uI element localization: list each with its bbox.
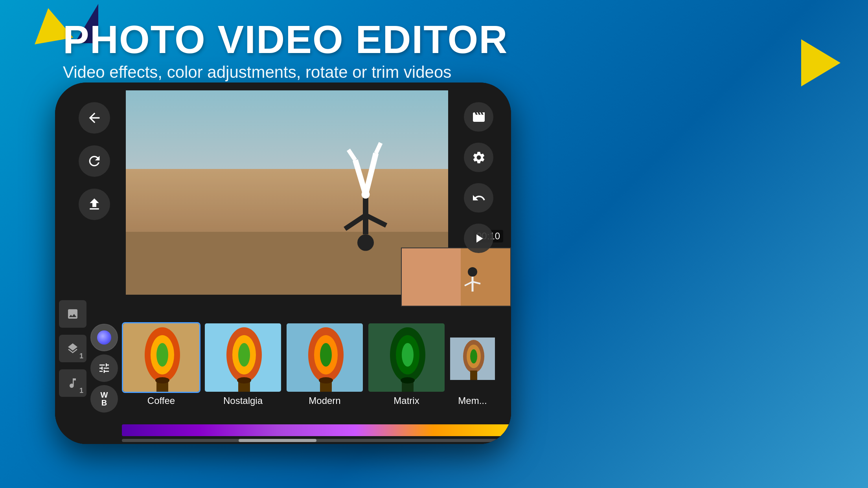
music-badge: 1: [79, 387, 83, 395]
handstand-person-icon: [330, 126, 401, 263]
svg-point-36: [470, 349, 477, 363]
play-button[interactable]: [464, 224, 493, 253]
side-icons: 1 1: [59, 300, 86, 397]
svg-rect-37: [470, 371, 477, 380]
layers-icon-button[interactable]: 1: [59, 335, 86, 362]
filter-modern-thumb: [285, 322, 364, 393]
timeline-bar[interactable]: [122, 424, 511, 436]
filter-nostalgia[interactable]: Nostalgia: [204, 322, 282, 413]
video-preview: [126, 90, 448, 295]
filter-nostalgia-thumb: [204, 322, 282, 393]
film-button[interactable]: [464, 102, 493, 132]
music-icon-button[interactable]: 1: [59, 369, 86, 397]
timeline-thumbnail: [401, 248, 511, 306]
phone-screen: 1 1 WB: [55, 83, 511, 444]
layers-badge: 1: [79, 352, 83, 360]
filter-coffee-label: Coffee: [147, 395, 175, 406]
svg-point-18: [238, 343, 250, 367]
right-toolbar: [464, 102, 493, 253]
filter-coffee-thumb: [122, 322, 200, 393]
header-area: PHOTO VIDEO EDITOR Video effects, color …: [63, 20, 508, 82]
wb-label: WB: [101, 391, 108, 407]
app-subtitle: Video effects, color adjustments, rotate…: [63, 63, 508, 82]
svg-point-8: [362, 191, 370, 199]
filter-memory-thumb: [449, 322, 496, 393]
svg-line-7: [376, 143, 381, 153]
svg-line-2: [345, 215, 366, 229]
svg-point-26: [319, 377, 333, 383]
filter-matrix-label: Matrix: [394, 395, 419, 406]
filter-modern[interactable]: Modern: [285, 322, 364, 413]
filter-matrix[interactable]: Matrix: [367, 322, 446, 413]
filter-nostalgia-label: Nostalgia: [223, 395, 263, 406]
svg-point-30: [402, 343, 414, 367]
color-filter-icon[interactable]: [90, 324, 118, 351]
svg-line-4: [355, 160, 366, 195]
svg-point-0: [357, 235, 374, 251]
svg-rect-39: [402, 248, 461, 306]
timeline-scrollbar[interactable]: [122, 439, 511, 442]
filter-memory-label: Mem...: [458, 395, 487, 406]
undo-button[interactable]: [464, 183, 493, 213]
app-title: PHOTO VIDEO EDITOR: [63, 20, 508, 59]
svg-point-32: [401, 377, 415, 383]
bottom-panel: 1 1 WB: [55, 295, 511, 444]
svg-point-24: [320, 343, 332, 367]
image-icon-button[interactable]: [59, 300, 86, 328]
phone-mockup: 1 1 WB: [55, 83, 511, 444]
timeline-scrollbar-thumb: [239, 439, 316, 442]
filter-type-icons: WB: [90, 324, 118, 413]
filter-memory[interactable]: Mem...: [449, 322, 496, 413]
filter-strip: Coffee Nostalgia: [122, 322, 511, 413]
svg-rect-40: [461, 248, 511, 306]
back-button[interactable]: [79, 102, 110, 134]
export-button[interactable]: [79, 189, 110, 220]
settings-button[interactable]: [464, 143, 493, 172]
adjust-filter-icon[interactable]: [90, 354, 118, 382]
filter-coffee[interactable]: Coffee: [122, 322, 200, 413]
svg-point-14: [155, 377, 169, 383]
svg-point-20: [237, 377, 251, 383]
yellow-triangle-right-icon: [801, 39, 840, 86]
filter-matrix-thumb: [367, 322, 446, 393]
svg-point-12: [156, 343, 168, 367]
left-toolbar: [79, 102, 110, 220]
refresh-button[interactable]: [79, 145, 110, 177]
svg-point-41: [468, 267, 477, 277]
svg-line-3: [366, 215, 386, 226]
svg-line-6: [348, 150, 355, 160]
filter-modern-label: Modern: [309, 395, 340, 406]
svg-line-5: [366, 153, 376, 194]
wb-filter-icon[interactable]: WB: [90, 385, 118, 413]
